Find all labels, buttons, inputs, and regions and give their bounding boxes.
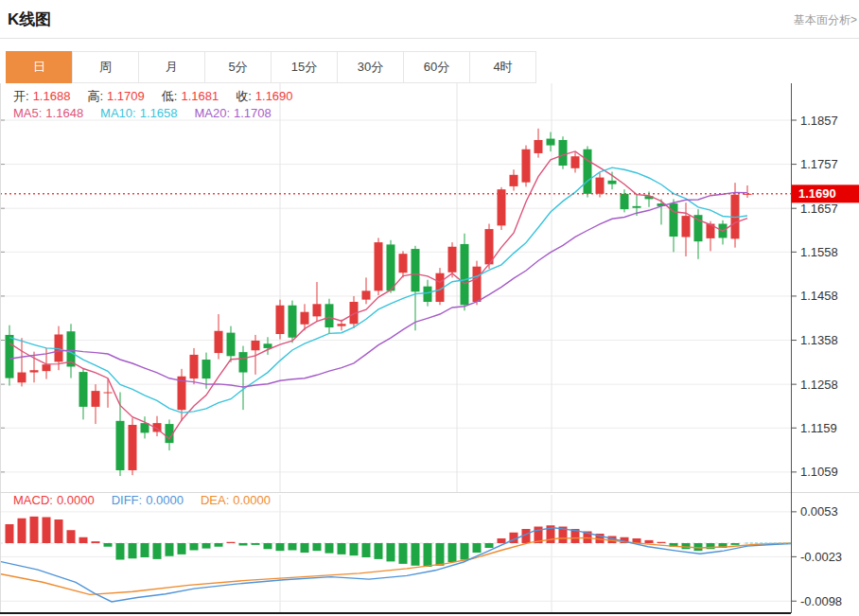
macd-bar <box>682 543 691 549</box>
macd-bar <box>202 543 211 549</box>
macd-bar <box>264 543 272 549</box>
macd-bar <box>141 543 149 557</box>
candle-body <box>141 423 149 432</box>
candle-body <box>338 324 346 326</box>
legend-item: MA10:1.1658 <box>100 106 181 120</box>
legend-item: MA20:1.1708 <box>194 106 274 120</box>
price-tick-label: 1.1358 <box>800 333 838 347</box>
diff-line <box>0 528 791 602</box>
macd-bar <box>166 543 174 556</box>
candle-body <box>596 178 605 194</box>
candle-body <box>621 194 629 209</box>
candle-body <box>375 242 383 290</box>
macd-bar <box>289 543 297 551</box>
macd-bar <box>79 537 88 543</box>
candle-body <box>289 306 297 338</box>
kline-app: K线图 基本面分析> 日周月5分15分30分60分4时 1.18571.1757… <box>0 0 859 616</box>
candle-body <box>104 393 113 394</box>
macd-bar <box>129 543 137 558</box>
candle-body <box>239 352 248 372</box>
price-tick-label: 1.1159 <box>800 421 837 435</box>
macd-bar <box>473 543 482 553</box>
candle-body <box>633 206 641 208</box>
candle-body <box>694 215 703 241</box>
legend-item: 开:1.1688 <box>13 89 74 103</box>
macd-bar <box>731 543 740 545</box>
macd-bar <box>657 542 666 543</box>
macd-bar <box>313 543 322 551</box>
candle-body <box>202 360 211 378</box>
macd-bar <box>67 530 76 543</box>
price-tick-label: 1.1657 <box>800 202 838 216</box>
candle-body <box>129 425 137 470</box>
price-tick-label: 1.1558 <box>800 245 838 259</box>
candle-body <box>18 373 26 383</box>
price-tick-label: 1.1757 <box>800 157 838 171</box>
candle-body <box>276 306 285 334</box>
macd-bar <box>6 524 14 543</box>
candle-body <box>547 139 555 146</box>
candle-body <box>264 343 272 348</box>
macd-bar <box>276 543 285 551</box>
candle-body <box>608 181 617 185</box>
macd-legend: MACD:0.0000DIFF:0.0000DEA:0.0000 <box>13 493 288 507</box>
price-tick-label: 1.1258 <box>800 378 838 392</box>
macd-bar <box>252 543 260 545</box>
macd-bar <box>92 541 100 543</box>
price-tick-label: 1.1857 <box>800 114 838 128</box>
macd-bar <box>43 518 51 544</box>
candle-body <box>584 150 592 194</box>
macd-bar <box>190 543 199 551</box>
macd-bar <box>645 540 654 543</box>
candle-body <box>301 312 309 325</box>
macd-bar <box>325 543 334 554</box>
macd-bar <box>448 543 457 562</box>
candle-body <box>92 391 100 407</box>
macd-bar <box>424 543 432 567</box>
macd-bar <box>399 543 408 564</box>
legend-item: 收:1.1690 <box>236 89 296 103</box>
candle-body <box>362 290 371 299</box>
macd-bar <box>412 543 420 566</box>
candle-body <box>313 304 322 316</box>
candle-body <box>498 189 506 225</box>
ohlc-legend: 开:1.1688高:1.1709低:1.1681收:1.1690 <box>13 88 310 105</box>
candle-body <box>387 244 395 290</box>
legend-item: DEA:0.0000 <box>201 493 274 507</box>
macd-bar <box>362 543 371 557</box>
candle-body <box>559 140 568 166</box>
candle-body <box>215 331 223 353</box>
candle-body <box>522 150 531 183</box>
candle-body <box>535 140 543 153</box>
current-price-badge-label: 1.1690 <box>798 186 836 201</box>
candle-body <box>43 364 51 371</box>
legend-item: MACD:0.0000 <box>13 493 98 507</box>
candle-body <box>190 355 199 378</box>
macd-tick-label: -0.0023 <box>800 550 842 564</box>
macd-bar <box>55 519 63 543</box>
macd-bar <box>153 543 162 559</box>
macd-bar <box>215 543 223 547</box>
candle-body <box>510 175 518 186</box>
legend-item: DIFF:0.0000 <box>112 493 187 507</box>
candle-body <box>399 254 408 273</box>
macd-bar <box>387 543 395 561</box>
candle-body <box>448 247 457 273</box>
macd-bar <box>485 543 494 548</box>
candle-body <box>461 244 469 305</box>
ma-legend: MA5:1.1648MA10:1.1658MA20:1.1708 <box>13 106 289 120</box>
price-tick-label: 1.1059 <box>800 465 838 479</box>
macd-bar <box>461 543 469 560</box>
candle-body <box>79 372 88 407</box>
candle-body <box>571 156 580 168</box>
candle-body <box>412 249 420 291</box>
legend-item: MA5:1.1648 <box>13 106 87 120</box>
macd-tick-label: 0.0053 <box>800 504 838 519</box>
macd-bar <box>350 543 359 555</box>
candle-body <box>252 341 260 350</box>
macd-bar <box>436 543 445 566</box>
macd-bar <box>178 543 186 554</box>
macd-bar <box>338 543 346 554</box>
candle-body <box>424 287 432 302</box>
candle-body <box>227 333 236 357</box>
